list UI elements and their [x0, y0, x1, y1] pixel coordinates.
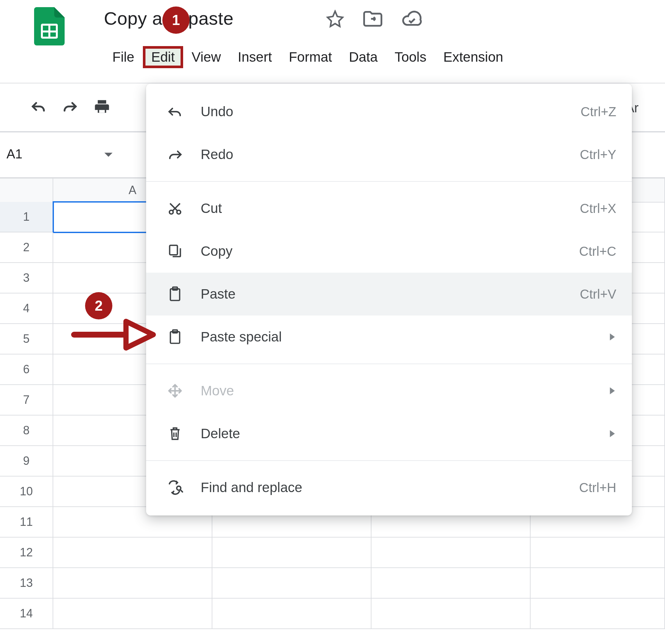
menu-item-label: Redo [201, 147, 580, 162]
menu-format[interactable]: Format [280, 47, 340, 67]
menu-separator [146, 181, 632, 182]
menu-item-redo[interactable]: Redo Ctrl+Y [146, 133, 632, 176]
menu-item-label: Paste [201, 286, 580, 302]
name-box[interactable]: A1 [6, 147, 22, 161]
cell[interactable] [53, 568, 212, 599]
row-header[interactable]: 8 [0, 415, 53, 446]
submenu-arrow-icon [609, 427, 616, 441]
menu-item-shortcut: Ctrl+Z [581, 104, 616, 119]
row-header[interactable]: 14 [0, 599, 53, 629]
menu-item-shortcut: Ctrl+V [580, 287, 616, 301]
row-header[interactable]: 9 [0, 446, 53, 476]
print-icon[interactable] [94, 98, 110, 115]
menu-extensions[interactable]: Extension [435, 47, 511, 67]
cloud-status-icon[interactable] [401, 10, 422, 28]
menu-item-label: Delete [201, 426, 609, 442]
paste-icon [166, 286, 185, 302]
row-header[interactable]: 6 [0, 354, 53, 385]
undo-icon[interactable] [30, 98, 47, 115]
cell[interactable] [531, 568, 665, 599]
row-header[interactable]: 10 [0, 476, 53, 507]
row-header[interactable]: 13 [0, 568, 53, 599]
menu-item-find-replace[interactable]: Find and replace Ctrl+H [146, 466, 632, 509]
menu-item-shortcut: Ctrl+H [579, 481, 616, 495]
svg-point-5 [177, 210, 181, 214]
menu-view[interactable]: View [183, 47, 229, 67]
cell[interactable] [531, 599, 665, 629]
menu-file[interactable]: File [104, 47, 143, 67]
menu-item-cut[interactable]: Cut Ctrl+X [146, 187, 632, 230]
select-all-corner[interactable] [0, 178, 53, 202]
menu-insert[interactable]: Insert [229, 47, 280, 67]
annotation-badge-1: 1 [163, 6, 190, 34]
cell[interactable] [212, 568, 372, 599]
move-to-folder-icon[interactable] [362, 10, 383, 28]
redo-icon[interactable] [62, 98, 79, 115]
svg-rect-3 [99, 110, 104, 113]
cut-icon [166, 201, 185, 216]
menu-item-shortcut: Ctrl+C [579, 244, 616, 259]
svg-rect-6 [170, 246, 177, 255]
find-replace-icon [166, 480, 185, 495]
row-header[interactable]: 4 [0, 293, 53, 324]
menu-item-paste-special[interactable]: Paste special [146, 315, 632, 358]
menu-item-paste[interactable]: Paste Ctrl+V [146, 273, 632, 315]
submenu-arrow-icon [609, 330, 616, 344]
annotation-arrow-icon [71, 317, 156, 355]
svg-point-4 [170, 210, 173, 214]
toolbar [30, 98, 110, 115]
cell[interactable] [53, 599, 212, 629]
menu-item-label: Cut [201, 201, 580, 216]
menu-edit[interactable]: Edit [143, 46, 183, 68]
cell[interactable] [372, 599, 531, 629]
cell[interactable] [372, 568, 531, 599]
menu-item-label: Copy [201, 243, 579, 259]
row-header[interactable]: 11 [0, 507, 53, 538]
copy-icon [166, 243, 185, 259]
row-header[interactable]: 3 [0, 263, 53, 293]
divider [0, 83, 665, 83]
name-box-caret-icon[interactable] [103, 147, 113, 161]
cell[interactable] [531, 538, 665, 568]
menu-item-shortcut: Ctrl+Y [580, 148, 616, 162]
submenu-arrow-icon [609, 384, 616, 398]
redo-icon [166, 148, 185, 161]
row-header[interactable]: 1 [0, 202, 53, 232]
menu-item-label: Find and replace [201, 480, 579, 495]
menu-item-undo[interactable]: Undo Ctrl+Z [146, 90, 632, 133]
cell[interactable] [53, 538, 212, 568]
menu-bar: File Edit View Insert Format Data Tools … [104, 46, 512, 68]
menu-item-copy[interactable]: Copy Ctrl+C [146, 230, 632, 273]
menu-item-label: Undo [201, 104, 581, 119]
cell[interactable] [212, 599, 372, 629]
menu-tools[interactable]: Tools [386, 47, 435, 67]
cell[interactable] [372, 538, 531, 568]
menu-separator [146, 364, 632, 364]
sheets-logo[interactable] [34, 7, 64, 45]
svg-rect-2 [49, 25, 50, 38]
row-header[interactable]: 7 [0, 385, 53, 415]
edit-menu-dropdown: Undo Ctrl+Z Redo Ctrl+Y Cut Ctrl+X Copy … [146, 84, 632, 515]
menu-separator [146, 460, 632, 461]
star-icon[interactable] [326, 10, 344, 28]
row-header[interactable]: 2 [0, 232, 53, 263]
row-header[interactable]: 12 [0, 538, 53, 568]
menu-item-shortcut: Ctrl+X [580, 201, 616, 216]
row-header[interactable]: 5 [0, 324, 53, 354]
menu-item-label: Paste special [201, 329, 609, 345]
delete-icon [166, 426, 185, 442]
paste-special-icon [166, 329, 185, 345]
menu-item-delete[interactable]: Delete [146, 412, 632, 455]
annotation-badge-2: 2 [85, 292, 112, 319]
undo-icon [166, 105, 185, 118]
menu-data[interactable]: Data [340, 47, 386, 67]
move-icon [166, 383, 185, 399]
menu-item-move: Move [146, 369, 632, 412]
menu-item-label: Move [201, 383, 609, 398]
cell[interactable] [212, 538, 372, 568]
